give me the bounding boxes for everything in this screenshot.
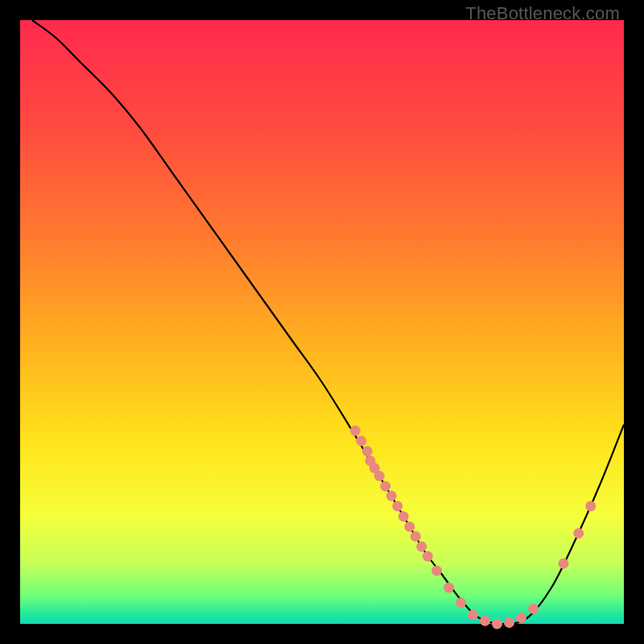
data-marker xyxy=(516,613,526,623)
data-marker xyxy=(504,617,514,628)
data-marker xyxy=(444,583,454,593)
data-marker xyxy=(380,481,390,492)
data-marker xyxy=(374,471,385,481)
data-marker xyxy=(480,616,490,626)
data-marker xyxy=(350,426,361,436)
watermark-label: TheBottleneck.com xyxy=(465,3,620,24)
chart-frame xyxy=(20,20,624,624)
data-marker xyxy=(398,511,409,522)
data-marker xyxy=(573,528,584,539)
bottleneck-curve xyxy=(32,20,624,624)
data-marker xyxy=(404,522,415,532)
data-marker xyxy=(559,559,569,569)
data-marker xyxy=(386,491,397,502)
data-marker xyxy=(423,551,433,562)
data-marker xyxy=(492,619,502,630)
data-marker xyxy=(356,436,366,446)
data-marker xyxy=(528,604,539,614)
data-marker xyxy=(431,566,442,576)
data-marker xyxy=(411,531,421,542)
data-markers xyxy=(350,426,597,630)
data-marker xyxy=(416,542,427,552)
chart-plot xyxy=(20,20,624,624)
data-marker xyxy=(392,501,402,511)
data-marker xyxy=(585,501,596,511)
data-marker xyxy=(468,609,478,620)
data-marker xyxy=(362,446,373,456)
data-marker xyxy=(456,597,466,608)
